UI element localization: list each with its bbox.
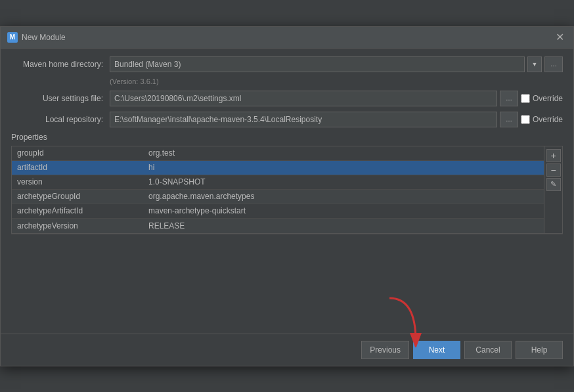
version-info: (Version: 3.6.1) [110,77,563,85]
empty-area [11,234,563,326]
maven-home-label: Maven home directory: [11,60,110,69]
prop-key: archetypeGroupId [12,190,143,202]
user-settings-override-group: Override [521,94,563,103]
maven-home-dropdown-btn[interactable]: ▼ [527,56,542,72]
remove-property-button[interactable]: − [546,163,561,177]
footer: Previous Next Cancel Help [1,334,573,366]
maven-home-browse-btn[interactable]: … [544,56,563,72]
maven-home-row: Maven home directory: ▼ … [11,56,563,72]
properties-table-wrapper: groupId org.test artifactId hi version 1… [11,146,563,234]
dialog-window: M New Module ✕ Maven home directory: ▼ …… [0,26,574,366]
prop-value: RELEASE [143,220,544,232]
local-repo-browse-btn[interactable]: … [500,112,518,127]
table-row[interactable]: groupId org.test [12,146,544,161]
prop-key: artifactId [12,162,143,173]
local-repo-input-group: … Override [110,112,563,127]
user-settings-browse-btn[interactable]: … [500,91,518,106]
titlebar-left: M New Module [7,32,66,43]
local-repo-override-checkbox[interactable] [521,115,530,124]
add-property-button[interactable]: + [546,149,561,162]
local-repo-input[interactable] [110,112,497,127]
user-settings-override-checkbox[interactable] [521,94,530,103]
prop-value: hi [143,162,544,173]
maven-home-input[interactable] [110,56,525,72]
user-settings-input-group: … Override [110,91,563,106]
dialog-content: Maven home directory: ▼ … (Version: 3.6.… [1,49,573,334]
table-row[interactable]: archetypeGroupId org.apache.maven.archet… [12,190,544,204]
prop-key: groupId [12,147,143,159]
table-row[interactable]: archetypeArtifactId maven-archetype-quic… [12,204,544,219]
properties-sidebar: + − ✎ [544,146,562,233]
prop-key: archetypeArtifactId [12,205,143,217]
prop-key: archetypeVersion [12,220,143,232]
edit-property-button[interactable]: ✎ [546,178,561,191]
cancel-button[interactable]: Cancel [464,341,512,359]
previous-button[interactable]: Previous [361,341,409,359]
next-button[interactable]: Next [413,341,460,359]
user-settings-row: User settings file: … Override [11,91,563,106]
table-row[interactable]: archetypeVersion RELEASE [12,219,544,233]
prop-value: maven-archetype-quickstart [143,205,544,217]
local-repo-label: Local repository: [11,115,110,124]
user-settings-override-label: Override [533,94,563,103]
maven-home-input-group: ▼ … [110,56,563,72]
table-row[interactable]: artifactId hi [12,161,544,175]
prop-value: 1.0-SNAPSHOT [143,176,544,188]
local-repo-override-label: Override [533,115,563,124]
user-settings-label: User settings file: [11,94,110,103]
table-row[interactable]: version 1.0-SNAPSHOT [12,175,544,190]
titlebar: M New Module ✕ [1,27,573,49]
dialog-title: New Module [22,33,66,42]
prop-value: org.apache.maven.archetypes [143,190,544,202]
properties-table: groupId org.test artifactId hi version 1… [12,146,544,233]
local-repo-row: Local repository: … Override [11,112,563,127]
close-button[interactable]: ✕ [553,31,567,44]
app-icon: M [7,32,18,43]
prop-value: org.test [143,147,544,159]
properties-section-title: Properties [11,133,563,142]
local-repo-override-group: Override [521,115,563,124]
prop-key: version [12,176,143,188]
help-button[interactable]: Help [516,341,563,359]
user-settings-input[interactable] [110,91,497,106]
